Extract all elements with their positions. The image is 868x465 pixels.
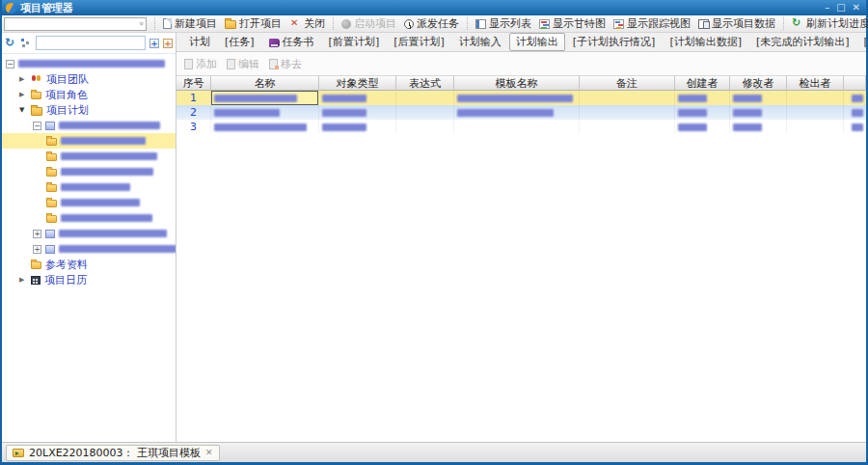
toolbar-button-show-project-data[interactable]: 显示项目数据 — [694, 15, 779, 32]
column-header[interactable]: 表达式 — [396, 75, 454, 91]
table-row[interactable]: 2 — [176, 105, 866, 120]
toolbar-button-open-project[interactable]: 打开项目 — [221, 15, 285, 32]
grid-toolbar-button-add: 添加 — [184, 57, 217, 71]
tree-item[interactable]: − — [2, 56, 176, 71]
table-cell — [454, 120, 580, 134]
toolbar-button-label: 显示跟踪视图 — [627, 16, 691, 31]
redacted-text — [214, 123, 307, 131]
redacted-text — [61, 168, 153, 176]
tree-item[interactable]: ▶项目角色 — [2, 87, 176, 102]
tree-expand-box-icon[interactable]: − — [33, 122, 41, 130]
tab-post-plan[interactable]: [后置计划] — [387, 33, 451, 51]
tab-subplan-status[interactable]: [子计划执行情况] — [566, 33, 663, 51]
tree-item[interactable]: ▶项目日历 — [2, 272, 176, 287]
tree-item-label: 项目计划 — [46, 103, 89, 118]
column-header[interactable]: 创建者 — [675, 75, 730, 91]
tree-item[interactable] — [2, 133, 176, 149]
tab-task-book[interactable]: 任务书 — [262, 33, 321, 51]
toolbar-button-label: 新建项目 — [175, 16, 217, 31]
toolbar-button-close-project[interactable]: 关闭 — [285, 15, 329, 32]
minimize-button[interactable]: – — [825, 2, 829, 14]
folder-icon — [46, 169, 57, 177]
tree-search-input[interactable] — [36, 36, 146, 50]
table-row[interactable]: 3 — [176, 120, 866, 134]
toolbar-button-show-tracking[interactable]: 显示跟踪视图 — [610, 15, 694, 32]
tree-expand-box-icon[interactable]: + — [33, 230, 41, 238]
tree-item[interactable]: + — [2, 226, 176, 241]
org-tree-icon[interactable] — [20, 38, 32, 49]
collapse-all-button[interactable]: + — [163, 39, 173, 48]
tab-strip: 计划[任务]任务书[前置计划][后置计划]计划输入计划输出[子计划执行情况][计… — [176, 33, 866, 52]
tab-plan-input[interactable]: 计划输入 — [452, 33, 508, 51]
refresh-icon[interactable] — [5, 38, 16, 49]
tree-item[interactable]: ▼项目计划 — [2, 102, 176, 118]
tree-item[interactable] — [2, 210, 176, 226]
tree-item[interactable] — [2, 179, 176, 195]
table-cell — [211, 105, 319, 120]
tree-item-label: 参考资料 — [45, 258, 88, 272]
toolbar-button-new-project[interactable]: 新建项目 — [159, 15, 221, 32]
table-cell — [675, 91, 730, 105]
expand-arrow-icon[interactable]: ▶ — [19, 75, 27, 83]
table-row[interactable]: 1 — [176, 91, 866, 105]
title-bar: 项目管理器 – □ ✕ — [2, 0, 866, 15]
edit-icon — [227, 59, 235, 69]
column-header[interactable]: 备注 — [580, 75, 675, 91]
grid-toolbar-button-edit: 编辑 — [227, 57, 259, 71]
column-header[interactable]: 修改者 — [730, 75, 787, 91]
tab-plan-output[interactable]: 计划输出 — [509, 33, 565, 51]
column-header[interactable]: 检出者 — [787, 75, 844, 91]
project-combobox[interactable]: » — [4, 17, 147, 31]
close-button[interactable]: ✕ — [853, 2, 860, 14]
column-header[interactable]: 模板名称 — [454, 75, 580, 91]
grid-toolbar-button-remove: 移去 — [269, 57, 302, 71]
table-cell — [787, 105, 844, 120]
toolbar-button-dispatch-task[interactable]: 派发任务 — [400, 15, 463, 32]
tab-unfinished[interactable]: [未完成的计划输出] — [749, 33, 856, 51]
open-document-tab[interactable]: 20LXE220180003： 王琪项目模板 ✕ — [6, 445, 220, 461]
new-document-icon — [163, 18, 172, 29]
expand-arrow-icon[interactable]: ▶ — [19, 276, 27, 284]
tab-plan[interactable]: 计划 — [182, 33, 217, 51]
toolbar-button-show-gantt[interactable]: 显示甘特图 — [535, 15, 610, 32]
add-icon — [184, 59, 193, 69]
table-cell: 1 — [176, 91, 211, 105]
collapse-arrow-icon[interactable]: ▼ — [19, 106, 27, 114]
tree-item[interactable]: 参考资料 — [2, 257, 176, 272]
expand-all-button[interactable]: + — [149, 39, 159, 48]
table-cell — [787, 91, 844, 105]
toolbar-separator — [154, 17, 155, 30]
tree-item[interactable]: + — [2, 241, 176, 257]
tree-item[interactable]: − — [2, 118, 176, 133]
remove-icon — [269, 59, 278, 69]
toolbar-button-start-project: 启动项目 — [338, 15, 400, 32]
tab-change-content[interactable]: [变更内容] — [857, 33, 866, 51]
maximize-button[interactable]: □ — [836, 2, 845, 14]
tree-expand-box-icon[interactable]: + — [33, 245, 41, 254]
tree-item-label: 项目团队 — [46, 72, 89, 87]
toolbar-button-refresh-progress[interactable]: 刷新计划进度 — [788, 15, 868, 32]
tab-output-data[interactable]: [计划输出数据] — [663, 33, 748, 51]
column-header[interactable] — [844, 75, 866, 91]
column-header[interactable]: 对象类型 — [319, 75, 396, 91]
tree-expand-box-icon[interactable]: − — [6, 60, 14, 68]
expand-arrow-icon[interactable]: ▶ — [19, 91, 27, 98]
toolbar-button-show-list[interactable]: 显示列表 — [472, 15, 535, 32]
tree-item[interactable] — [2, 195, 176, 210]
team-icon — [31, 73, 42, 85]
redacted-text — [214, 95, 297, 102]
tab-pre-plan[interactable]: [前置计划] — [322, 33, 387, 51]
tree-item[interactable] — [2, 164, 176, 179]
toolbar-button-label: 显示列表 — [489, 16, 531, 31]
toolbar-separator — [333, 17, 334, 30]
column-header[interactable]: 名称 — [211, 75, 319, 91]
start-circle-icon — [341, 19, 351, 29]
close-document-icon[interactable]: ✕ — [205, 448, 213, 457]
tab-task[interactable]: [任务] — [218, 33, 261, 51]
column-header[interactable]: 序号 — [176, 75, 211, 91]
redacted-text — [852, 109, 863, 117]
table-cell — [730, 105, 787, 120]
tree-item[interactable] — [2, 149, 176, 164]
tree-item[interactable]: ▶项目团队 — [2, 71, 176, 87]
redacted-text — [852, 123, 863, 131]
